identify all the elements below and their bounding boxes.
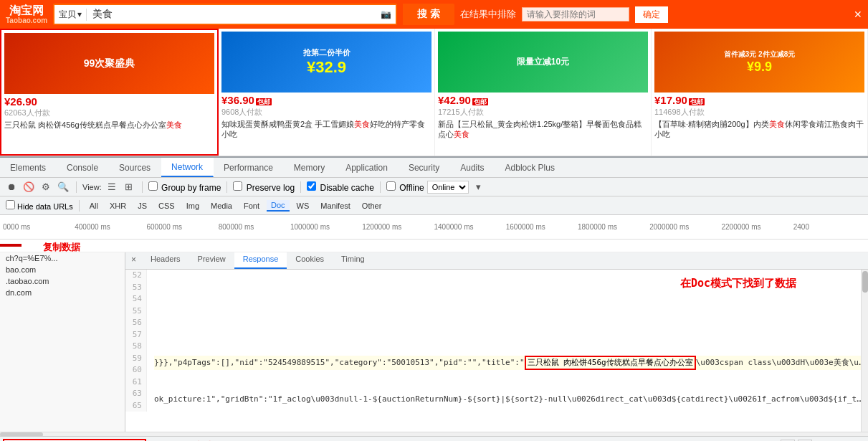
tab-network[interactable]: Network: [161, 158, 214, 177]
tab-preview[interactable]: Preview: [189, 252, 234, 269]
grid-view-icon[interactable]: ⊞: [122, 180, 136, 194]
tab-sources[interactable]: Sources: [109, 158, 161, 177]
right-panel: × Headers Preview Response Cookies Timin…: [125, 252, 868, 432]
bottom-bar: 三只松鼠 肉松饼456g传统糕点 ctrl + f 查找数据 1 of 2 ▲ …: [0, 436, 868, 441]
left-item-1[interactable]: ch?q=%E7%...: [0, 252, 125, 264]
disable-cache-checkbox[interactable]: [307, 181, 316, 191]
tab-performance[interactable]: Performance: [214, 158, 284, 177]
product-item-1[interactable]: 99次聚盛典 ¥26.90 62063人付款 三只松鼠 肉松饼456g传统糕点早…: [0, 29, 219, 156]
split-pane: ch?q=%E7%... bao.com .taobao.com dn.com …: [0, 252, 868, 432]
throttle-down-icon[interactable]: ▾: [472, 180, 486, 194]
filter-icon[interactable]: ⚙: [39, 180, 53, 194]
filter-ws[interactable]: WS: [292, 201, 314, 211]
tab-cookies[interactable]: Cookies: [287, 252, 333, 269]
preserve-log-checkbox[interactable]: [233, 181, 242, 191]
timeline-bar: 0000 ms 400000 ms 600000 ms 800000 ms 10…: [0, 215, 868, 240]
tab-response[interactable]: Response: [234, 252, 287, 269]
search-button[interactable]: 搜 索: [403, 4, 454, 25]
logo-en: Taobao.com: [6, 16, 47, 24]
waterfall-area: 复制数据: [0, 240, 868, 252]
code-line-60: [154, 370, 865, 382]
confirm-button[interactable]: 确定: [635, 6, 668, 23]
filter-all[interactable]: All: [85, 201, 102, 211]
search-category[interactable]: 宝贝 ▾: [54, 9, 87, 21]
bottom-search-box[interactable]: 三只松鼠 肉松饼456g传统糕点: [3, 439, 146, 442]
tab-adblock[interactable]: Adblock Plus: [495, 158, 566, 177]
left-item-2[interactable]: bao.com: [0, 264, 125, 275]
clear-icon[interactable]: 🚫: [22, 180, 36, 194]
waterfall-bar: [0, 244, 22, 247]
hide-data-urls-label: Hide data URLs: [6, 200, 73, 211]
scrollbar[interactable]: [861, 270, 868, 432]
devtools-container: Elements Console Sources Network Perform…: [0, 156, 868, 441]
product-item-2[interactable]: 抢第二份半价 ¥32.9 ¥36.90包邮 9608人付款 知味观蛋黄酥咸鸭蛋黄…: [219, 29, 435, 156]
left-item-3[interactable]: .taobao.com: [0, 275, 125, 287]
code-panel: 5253545556 5758596061 6365 }}},"p4pTags"…: [125, 270, 868, 432]
group-by-frame-label: Group by frame: [148, 181, 221, 193]
camera-icon[interactable]: 📷: [376, 9, 396, 19]
filter-doc[interactable]: Doc: [267, 200, 290, 212]
filter-other[interactable]: Other: [358, 201, 386, 211]
product-price-3: ¥42.90包邮: [438, 94, 648, 107]
filter-xhr[interactable]: XHR: [105, 201, 130, 211]
taobao-logo: 淘宝网 Taobao.com: [6, 4, 47, 25]
left-item-4[interactable]: dn.com: [0, 287, 125, 298]
logo-cn: 淘宝网: [9, 4, 44, 17]
separator-5: [380, 181, 381, 193]
filter-css[interactable]: CSS: [154, 201, 179, 211]
bao-tag-2: 包邮: [256, 98, 272, 105]
product-image-3: 限量立减10元: [438, 32, 648, 93]
scrollbar-thumb[interactable]: [862, 271, 868, 293]
record-icon[interactable]: ⏺: [4, 180, 19, 194]
tab-headers[interactable]: Headers: [142, 252, 189, 269]
offline-label: Offline: [386, 181, 424, 193]
tab-timing[interactable]: Timing: [333, 252, 373, 269]
product-image-2: 抢第二份半价 ¥32.9: [221, 32, 431, 93]
group-by-frame-checkbox[interactable]: [148, 181, 158, 191]
code-line-59: }}},"p4pTags":[],"nid":"524549889515","c…: [154, 356, 865, 371]
separator-2: [142, 181, 143, 193]
list-view-icon[interactable]: ☰: [105, 180, 119, 194]
timeline-1000: 1000000 ms: [290, 223, 362, 231]
product-title-2: 知味观蛋黄酥咸鸭蛋黄2盒 手工雪媚娘美食好吃的特产零食小吃: [221, 119, 431, 140]
code-line-58: [154, 343, 865, 356]
search-input[interactable]: [87, 9, 376, 20]
product-grid: 99次聚盛典 ¥26.90 62063人付款 三只松鼠 肉松饼456g传统糕点早…: [0, 29, 868, 156]
filter-manifest[interactable]: Manifest: [316, 201, 355, 211]
close-icon[interactable]: ✕: [854, 9, 862, 20]
banner-text-4: 首件减3元 2件立减8元 ¥9.9: [718, 44, 801, 80]
filter-font[interactable]: Font: [239, 201, 264, 211]
separator-4: [300, 181, 301, 193]
tab-security[interactable]: Security: [399, 158, 450, 177]
filter-input[interactable]: [522, 7, 629, 22]
timeline-1400: 1400000 ms: [434, 223, 506, 231]
filter-img[interactable]: Img: [182, 201, 204, 211]
product-sold-3: 17215人付款: [438, 107, 648, 118]
banner-text-3: 限量立减10元: [511, 50, 575, 74]
tab-audits[interactable]: Audits: [450, 158, 495, 177]
timeline-0: 0000 ms: [3, 223, 75, 231]
timeline-800: 800000 ms: [219, 223, 290, 231]
offline-checkbox[interactable]: [386, 181, 396, 191]
code-content: }}},"p4pTags":[],"nid":"524549889515","c…: [151, 270, 868, 420]
tab-memory[interactable]: Memory: [284, 158, 335, 177]
product-title-4: 【百草味·精制猪肉脯200g】内类美食休闲零食靖江熟食肉干小吃: [654, 119, 864, 140]
filter-separator: [79, 200, 80, 212]
product-item-4[interactable]: 首件减3元 2件立减8元 ¥9.9 ¥17.90包邮 114698人付款 【百草…: [652, 29, 868, 156]
search-icon[interactable]: 🔍: [56, 180, 70, 194]
product-image-4: 首件减3元 2件立减8元 ¥9.9: [654, 32, 864, 93]
response-close-icon[interactable]: ×: [125, 252, 142, 269]
tab-elements[interactable]: Elements: [0, 158, 57, 177]
product-item-3[interactable]: 限量立减10元 ¥42.90包邮 17215人付款 新品【三只松鼠_黄金肉松饼1…: [435, 29, 652, 156]
search-box: 宝贝 ▾ 📷: [53, 4, 397, 25]
tab-application[interactable]: Application: [335, 158, 399, 177]
filter-media[interactable]: Media: [206, 201, 237, 211]
tab-console[interactable]: Console: [57, 158, 109, 177]
filter-js[interactable]: JS: [133, 201, 151, 211]
network-throttle-select[interactable]: Online: [427, 181, 469, 194]
banner-text-1: 99次聚盛典: [78, 52, 141, 76]
code-line-63: ok_picture:1","gridBtn":"1f_aclog\u003dn…: [154, 394, 865, 406]
separator-3: [226, 181, 227, 193]
hide-data-urls-checkbox[interactable]: [6, 200, 15, 209]
timeline-1200: 1200000 ms: [362, 223, 434, 231]
